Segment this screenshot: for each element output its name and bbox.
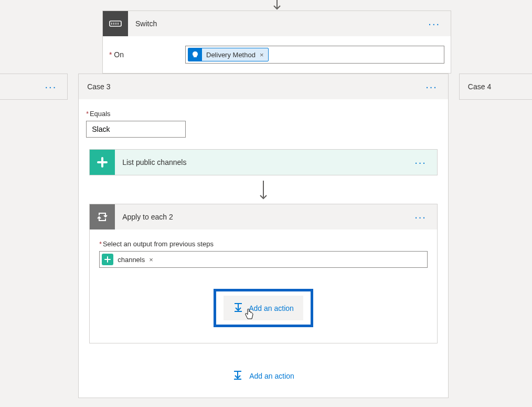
- apply-to-each-header[interactable]: Apply to each 2 ···: [90, 204, 437, 229]
- case4-title: Case 4: [468, 82, 524, 91]
- list-channels-menu-button[interactable]: ···: [412, 157, 429, 168]
- switch-body: On Delivery Method ×: [103, 36, 451, 73]
- switch-menu-button[interactable]: ···: [426, 18, 442, 29]
- add-action-icon: [233, 302, 243, 314]
- apply-to-each-title: Apply to each 2: [115, 213, 412, 221]
- token-label: Delivery Method: [206, 51, 256, 59]
- case3-card: Case 3 ··· Equals List public channels ·…: [78, 74, 449, 398]
- channels-token-label: channels: [118, 256, 145, 264]
- svg-rect-10: [104, 259, 111, 260]
- apply-to-each-menu-button[interactable]: ···: [412, 212, 429, 222]
- flow-arrow-icon: [86, 181, 441, 202]
- switch-on-label: On: [109, 50, 180, 59]
- cases-row: ··· Case 3 ··· Equals List publi: [0, 74, 532, 398]
- case3-header[interactable]: Case 3 ···: [79, 74, 448, 99]
- loop-icon: [90, 204, 115, 229]
- equals-input[interactable]: [86, 121, 186, 138]
- case-left-stub: ···: [0, 74, 68, 100]
- case3-body: Equals List public channels ···: [79, 99, 448, 398]
- apply-select-label: Select an output from previous steps: [99, 240, 428, 248]
- channels-token[interactable]: channels ×: [102, 253, 157, 266]
- switch-header[interactable]: Switch ···: [103, 11, 451, 36]
- svg-rect-7: [97, 161, 108, 163]
- add-action-label-outer: Add an action: [249, 372, 294, 380]
- case3-menu-button[interactable]: ···: [423, 81, 440, 92]
- list-channels-card: List public channels ···: [89, 149, 438, 175]
- token-remove-icon[interactable]: ×: [256, 51, 268, 59]
- add-action-icon-outer: [232, 370, 243, 382]
- apply-to-each-card: Apply to each 2 ··· Select an output fro…: [89, 204, 438, 343]
- dynamic-content-icon: [188, 48, 202, 61]
- apply-to-each-body: Select an output from previous steps cha…: [90, 229, 437, 343]
- switch-title: Switch: [128, 19, 426, 28]
- list-channels-header[interactable]: List public channels ···: [90, 150, 437, 175]
- case4-stub: Case 4: [459, 74, 532, 100]
- switch-card: Switch ··· On Delivery Method ×: [102, 11, 451, 74]
- case4-header[interactable]: Case 4: [460, 74, 532, 99]
- switch-icon: [103, 11, 128, 36]
- add-action-button-outer[interactable]: Add an action: [232, 370, 294, 382]
- switch-on-field[interactable]: Delivery Method ×: [185, 46, 444, 64]
- slack-small-icon: [102, 254, 113, 265]
- apply-select-field[interactable]: channels ×: [99, 251, 428, 268]
- list-channels-title: List public channels: [115, 158, 412, 166]
- delivery-method-token[interactable]: Delivery Method ×: [188, 48, 269, 61]
- equals-label: Equals: [86, 110, 441, 118]
- add-action-button-inner[interactable]: Add an action: [224, 296, 303, 320]
- channels-token-remove-icon[interactable]: ×: [145, 256, 157, 264]
- add-action-label-inner: Add an action: [249, 304, 294, 312]
- slack-icon: [90, 150, 115, 175]
- case-left-header[interactable]: ···: [0, 74, 67, 99]
- add-action-highlight-frame: Add an action: [214, 289, 313, 327]
- case3-title: Case 3: [87, 82, 423, 91]
- case-left-menu-button[interactable]: ···: [43, 81, 59, 92]
